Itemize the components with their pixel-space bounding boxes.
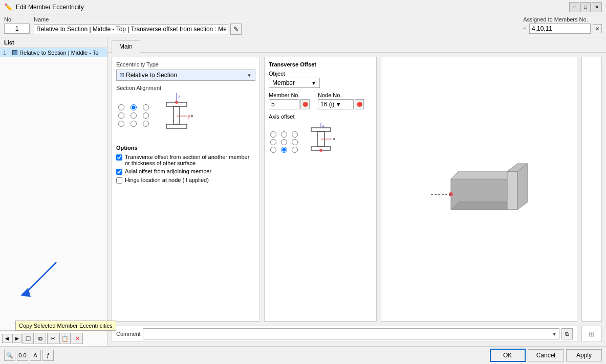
footer-row: 🔍 0.0 A ƒ OK Cancel Apply xyxy=(0,346,606,364)
name-label: Name xyxy=(34,16,242,22)
panels-row: Eccentricity Type Relative to Section ▼ … xyxy=(107,53,606,326)
member-no-input[interactable] xyxy=(269,99,299,109)
footer-coords-button[interactable]: 0.0 xyxy=(17,350,28,361)
node-no-field: Node No. 16 (i) ▼ 🔴 xyxy=(318,92,364,109)
ibeam-diagram: z y xyxy=(156,93,197,139)
svg-point-18 xyxy=(333,138,335,140)
list-header: List xyxy=(0,37,107,48)
sect-radio-2-1[interactable] xyxy=(131,121,137,127)
to-object-arrow-icon: ▼ xyxy=(311,80,316,86)
cancel-button[interactable]: Cancel xyxy=(528,349,564,361)
sect-radio-0-2[interactable] xyxy=(143,104,149,110)
svg-marker-27 xyxy=(517,164,528,210)
minimize-button[interactable]: ─ xyxy=(569,2,579,12)
delete-button[interactable]: ✕ xyxy=(72,333,83,344)
footer-icons: 🔍 0.0 A ƒ xyxy=(4,350,488,361)
svg-text:z: z xyxy=(322,123,324,128)
axis-radio-1-2[interactable] xyxy=(292,139,298,145)
paste-button[interactable]: 📋 xyxy=(59,333,71,344)
sect-radio-1-2[interactable] xyxy=(143,112,149,119)
assigned-field: Assigned to Members No. ≡ ✕ xyxy=(523,16,602,35)
comment-row: Comment ▼ ⧉ ⊞ xyxy=(107,326,606,346)
arrow-container xyxy=(15,257,67,300)
axis-radio-1-0[interactable] xyxy=(270,139,276,145)
section-alignment-grid xyxy=(116,104,151,127)
member-no-field: Member No. 🔴 xyxy=(269,92,310,109)
left-panel: List 1 Relative to Section | Middle - To xyxy=(0,37,107,346)
axis-offset-row: z xyxy=(269,122,372,163)
sect-radio-2-0[interactable] xyxy=(118,121,124,127)
list-content: 1 Relative to Section | Middle - To xyxy=(0,48,107,189)
sect-radio-2-2[interactable] xyxy=(143,121,149,127)
comment-copy-button[interactable]: ⧉ xyxy=(561,328,573,339)
close-button[interactable]: ✕ xyxy=(592,2,602,12)
node-no-label: Node No. xyxy=(318,92,364,98)
apply-button[interactable]: Apply xyxy=(566,349,602,361)
axis-offset-label: Axis offset xyxy=(269,113,372,120)
list-item-text: Relative to Section | Middle - To xyxy=(19,50,98,56)
dropdown-arrow-icon: ▼ xyxy=(247,73,252,78)
3d-visualization-panel xyxy=(381,57,577,322)
axis-radio-2-2[interactable] xyxy=(292,147,298,153)
dropdown-indicator xyxy=(120,73,124,77)
nav-left-button[interactable]: ◀ xyxy=(2,334,11,343)
copy-button[interactable]: ⧉ xyxy=(35,333,46,344)
axis-radio-2-0[interactable] xyxy=(270,147,276,153)
axis-radio-1-1[interactable] xyxy=(281,139,287,145)
sect-radio-0-0[interactable] xyxy=(118,104,124,110)
axis-offset-section: Axis offset xyxy=(269,113,372,163)
new-item-button[interactable]: □ xyxy=(23,333,34,344)
sect-radio-1-1[interactable] xyxy=(131,112,137,119)
edit-name-button[interactable]: ✎ xyxy=(230,24,242,35)
to-object-label: Object xyxy=(269,71,372,77)
node-no-pick-button[interactable]: 🔴 xyxy=(355,99,364,109)
eccentricity-type-dropdown[interactable]: Relative to Section ▼ xyxy=(116,70,255,81)
sect-radio-0-1[interactable] xyxy=(131,104,137,110)
to-object-value: Member xyxy=(272,79,309,86)
side-vis-panel xyxy=(581,57,602,322)
no-input[interactable] xyxy=(4,24,30,34)
axis-radio-0-0[interactable] xyxy=(270,131,276,138)
maximize-button[interactable]: □ xyxy=(580,2,591,12)
sect-radio-1-0[interactable] xyxy=(118,112,124,119)
to-object-select[interactable]: Member ▼ xyxy=(269,78,320,88)
assigned-input[interactable] xyxy=(529,24,591,34)
ok-button[interactable]: OK xyxy=(490,349,526,362)
options-label: Options xyxy=(116,145,255,151)
tab-main[interactable]: Main xyxy=(112,40,140,53)
axis-radio-0-1[interactable] xyxy=(281,131,287,138)
node-no-select[interactable]: 16 (i) ▼ xyxy=(318,99,354,109)
arrow-icon xyxy=(15,257,67,298)
checkbox-hinge-input[interactable] xyxy=(116,177,122,184)
svg-text:y: y xyxy=(188,113,190,119)
member-no-pick-button[interactable]: 🔴 xyxy=(300,99,310,109)
header-row: No. Name ✎ Assigned to Members No. ≡ ✕ xyxy=(0,14,606,37)
cut-button[interactable]: ✂ xyxy=(47,333,58,344)
options-section: Options Transverse offset from section o… xyxy=(116,145,255,186)
checkbox-transverse-input[interactable] xyxy=(116,154,122,161)
transverse-offset-panel: Transverse Offset Object Member ▼ xyxy=(264,57,377,322)
tooltip: Copy Selected Member Eccentricities xyxy=(15,321,116,331)
title-bar: ✏️ Edit Member Eccentricity ─ □ ✕ xyxy=(0,0,606,14)
footer-search-button[interactable]: 🔍 xyxy=(4,350,15,361)
checkbox-axial-input[interactable] xyxy=(116,169,122,175)
name-input[interactable] xyxy=(34,24,228,34)
nav-right-button[interactable]: ▶ xyxy=(12,334,21,343)
comment-label: Comment xyxy=(116,331,141,337)
axis-radio-2-1[interactable] xyxy=(281,147,287,153)
tab-bar: Main xyxy=(107,37,606,53)
content-area: List 1 Relative to Section | Middle - To xyxy=(0,37,606,346)
checkbox-axial-label: Axial offset from adjoining member xyxy=(125,168,211,174)
remove-assigned-button[interactable]: ✕ xyxy=(593,24,602,33)
node-no-value: 16 (i) xyxy=(320,101,334,108)
comment-input-container: ▼ xyxy=(143,328,559,339)
window-controls: ─ □ ✕ xyxy=(569,2,602,12)
right-content-panels: Transverse Offset Object Member ▼ xyxy=(264,57,577,322)
no-label: No. xyxy=(4,16,30,22)
axis-radio-0-2[interactable] xyxy=(292,131,298,138)
3d-beam-svg xyxy=(430,138,528,240)
axis-ibeam-diagram: z xyxy=(304,122,350,163)
footer-text-button[interactable]: A xyxy=(30,350,41,361)
footer-formula-button[interactable]: ƒ xyxy=(42,350,54,361)
list-item[interactable]: 1 Relative to Section | Middle - To xyxy=(0,48,107,57)
